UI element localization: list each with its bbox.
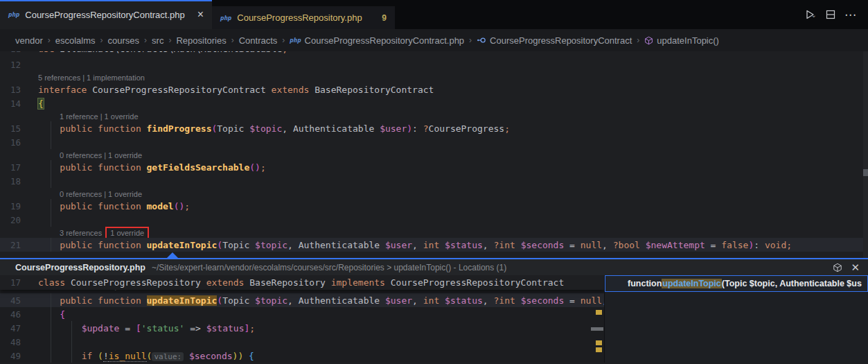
codelens-part[interactable]: 0 references | 1 override xyxy=(60,190,142,198)
code-line-12[interactable]: 12 xyxy=(0,58,868,71)
token-by: { xyxy=(38,98,44,109)
code-line-17[interactable]: 17class CourseProgressRepository extends… xyxy=(0,275,604,289)
breadcrumb-item-escolalms[interactable]: escolalms xyxy=(55,35,96,46)
token-pm: ( xyxy=(217,295,222,306)
location-item-selected[interactable]: function updateInTopic (Topic $topic, Au… xyxy=(605,275,868,292)
codelens[interactable]: 0 references | 1 override xyxy=(0,149,868,160)
code-line-47[interactable]: 47 $update = ['status' => $status]; xyxy=(0,321,604,335)
code-text: public function model(); xyxy=(31,201,190,211)
token-t xyxy=(243,351,249,361)
token-v: $user xyxy=(385,240,412,250)
symbol-interface-icon xyxy=(477,35,486,45)
php-file-icon: php xyxy=(290,37,301,44)
code-line-11[interactable]: 11use Illuminate\Contracts\Auth\Authenti… xyxy=(0,51,868,58)
token-k: extends xyxy=(206,277,245,288)
tabbar-spacer xyxy=(395,0,795,29)
breadcrumb-label: Contracts xyxy=(239,35,278,46)
token-t xyxy=(38,295,60,306)
code-line-14[interactable]: 14{ xyxy=(0,96,868,110)
token-k: ?bool xyxy=(613,240,646,250)
token-k: ; xyxy=(282,51,287,54)
token-t xyxy=(38,309,60,320)
token-t xyxy=(38,201,60,211)
codelens-part[interactable]: 5 references | 1 implementation xyxy=(38,73,145,82)
code-line-48[interactable]: 48 xyxy=(0,335,604,349)
tab-courseprogressrepositorycontract[interactable]: php CourseProgressRepositoryContract.php… xyxy=(0,0,212,29)
breadcrumb-item-updateintopic-[interactable]: updateInTopic() xyxy=(644,35,719,46)
tab-courseprogressrepository[interactable]: php CourseProgressRepository.php 9 xyxy=(212,6,395,29)
token-v: $topic xyxy=(255,240,287,250)
codelens[interactable]: 5 references | 1 implementation xyxy=(0,71,868,83)
token-pm: { xyxy=(60,309,65,320)
codelens-part[interactable]: 0 references | 1 override xyxy=(60,151,142,159)
code-line-18[interactable]: 18 xyxy=(0,174,868,188)
editor-scrollbar[interactable] xyxy=(863,51,868,258)
symbol-cube-icon[interactable] xyxy=(833,263,842,272)
sticky-scroll-line[interactable]: 17class CourseProgressRepository extends… xyxy=(0,275,604,290)
code-line-15[interactable]: 15 public function findProgress(Topic $t… xyxy=(0,121,868,135)
breadcrumb-separator: › xyxy=(144,35,147,45)
breadcrumb-item-contracts[interactable]: Contracts xyxy=(239,35,278,46)
token-f: findProgress xyxy=(147,123,212,134)
codelens[interactable]: 1 reference | 1 override xyxy=(0,110,868,121)
code-line-19[interactable]: 19 public function model(); xyxy=(0,199,868,213)
code-line-16[interactable]: 16 xyxy=(0,135,868,149)
peek-editor[interactable]: 17class CourseProgressRepository extends… xyxy=(0,275,604,363)
code-text: public function getFieldsSearchable(); xyxy=(31,162,266,173)
code-editor[interactable]: 11use Illuminate\Contracts\Auth\Authenti… xyxy=(0,51,868,258)
token-v: $status xyxy=(445,295,483,306)
peek-locations-list: function updateInTopic (Topic $topic, Au… xyxy=(604,275,868,363)
breadcrumb-item-repositories[interactable]: Repositories xyxy=(176,35,226,46)
chevron-down-icon[interactable]: ⌄ xyxy=(811,11,817,19)
token-t: CourseProgressRepositoryContract xyxy=(87,85,271,95)
line-number: 16 xyxy=(0,137,31,148)
breadcrumb-item-courses[interactable]: courses xyxy=(108,35,140,46)
codelens-part[interactable]: 1 reference | 1 override xyxy=(60,112,139,121)
token-f: getFieldsSearchable xyxy=(147,162,250,173)
scrollbar-thumb[interactable] xyxy=(863,169,868,176)
token-t xyxy=(184,351,189,361)
code-text: interface CourseProgressRepositoryContra… xyxy=(31,85,434,95)
code-line-21[interactable]: 21 public function updateInTopic(Topic $… xyxy=(0,238,868,252)
code-line-46[interactable]: 46 { xyxy=(0,307,604,321)
breadcrumb-item-src[interactable]: src xyxy=(152,35,163,46)
code-line-17[interactable]: 17 public function getFieldsSearchable()… xyxy=(0,160,868,174)
token-k: null xyxy=(581,240,602,250)
peek-anchor-arrow xyxy=(166,252,179,259)
token-t: , xyxy=(602,240,613,250)
token-t: => xyxy=(184,323,206,333)
ruler-thumb[interactable] xyxy=(591,327,603,331)
token-t: , xyxy=(483,240,494,250)
codelens[interactable]: 0 references | 1 override xyxy=(0,188,868,199)
codelens-part[interactable]: 3 references xyxy=(60,229,104,237)
close-icon[interactable]: × xyxy=(197,9,204,20)
breadcrumb-item-vendor[interactable]: vendor xyxy=(15,35,43,46)
token-k: implements xyxy=(331,277,385,288)
breadcrumb-label: src xyxy=(152,35,163,46)
tab-label: CourseProgressRepositoryContract.php xyxy=(25,10,185,20)
token-t: , Authenticatable xyxy=(287,295,385,306)
code-line-45[interactable]: 45 public function updateInTopic(Topic $… xyxy=(0,293,604,307)
breadcrumb-item-courseprogressrepositorycontract-php[interactable]: phpCourseProgressRepositoryContract.php xyxy=(290,35,464,46)
more-actions-button[interactable]: ⋯ xyxy=(844,8,857,22)
code-line-13[interactable]: 13interface CourseProgressRepositoryCont… xyxy=(0,83,868,96)
close-icon[interactable]: ✕ xyxy=(851,262,860,272)
line-number: 17 xyxy=(0,277,31,288)
line-number: 45 xyxy=(0,295,31,306)
token-t: = xyxy=(119,323,135,333)
split-editor-button[interactable] xyxy=(826,10,835,19)
token-v: $topic xyxy=(255,295,287,306)
code-line-20[interactable]: 20 xyxy=(0,213,868,227)
indent-guide xyxy=(51,213,51,227)
token-s: 'status' xyxy=(141,323,185,333)
token-k: ?int xyxy=(494,295,521,306)
run-button[interactable]: ⌄ xyxy=(806,10,817,19)
token-t: , xyxy=(412,295,423,306)
breadcrumb-item-courseprogressrepositorycontract[interactable]: CourseProgressRepositoryContract xyxy=(477,35,632,46)
codelens[interactable]: 3 references 1 override xyxy=(0,227,868,238)
peek-header: CourseProgressRepository.php ~/Sites/exp… xyxy=(0,259,868,275)
token-k: if xyxy=(82,351,98,361)
code-line-49[interactable]: 49 if (!is_null(value: $seconds)) { xyxy=(0,349,604,363)
token-k: ? xyxy=(423,123,429,134)
breadcrumb-separator: › xyxy=(48,35,51,45)
